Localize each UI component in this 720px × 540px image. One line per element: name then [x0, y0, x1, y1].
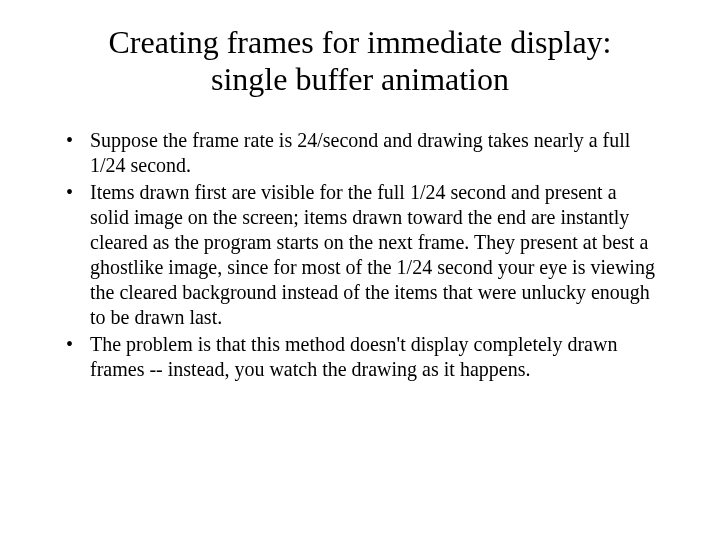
list-item: The problem is that this method doesn't … [60, 332, 660, 382]
title-line-2: single buffer animation [211, 61, 509, 97]
title-line-1: Creating frames for immediate display: [109, 24, 612, 60]
slide: Creating frames for immediate display: s… [0, 0, 720, 540]
bullet-text: The problem is that this method doesn't … [90, 333, 617, 380]
bullet-list: Suppose the frame rate is 24/second and … [60, 128, 660, 382]
list-item: Suppose the frame rate is 24/second and … [60, 128, 660, 178]
slide-title: Creating frames for immediate display: s… [60, 24, 660, 98]
bullet-text: Items drawn first are visible for the fu… [90, 181, 655, 328]
bullet-text: Suppose the frame rate is 24/second and … [90, 129, 630, 176]
list-item: Items drawn first are visible for the fu… [60, 180, 660, 330]
